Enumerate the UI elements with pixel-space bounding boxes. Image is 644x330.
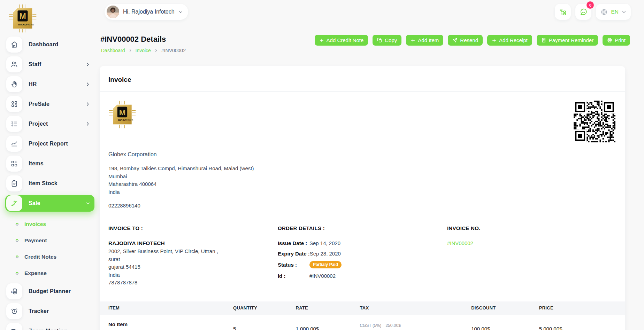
- sidebar-item-dashboard[interactable]: Dashboard: [5, 36, 94, 53]
- breadcrumb-dashboard[interactable]: Dashboard: [101, 48, 125, 53]
- copy-icon: [377, 38, 382, 43]
- order-details-heading: ORDER DETAILS :: [278, 225, 447, 231]
- bullet-icon: [15, 238, 19, 242]
- chevron-down-icon: [178, 10, 183, 14]
- sidebar-item-hr[interactable]: HR: [5, 76, 94, 93]
- chevron-right-icon: [85, 82, 90, 87]
- sidebar-item-label: Project: [29, 121, 48, 127]
- bill-icon: [541, 38, 546, 43]
- customer-city: surat: [108, 256, 278, 264]
- company-phone: 02228896140: [108, 203, 616, 209]
- sidebar-item-label: Items: [29, 160, 44, 167]
- svg-text:M: M: [119, 108, 126, 117]
- sidebar-subitem-credit-notes[interactable]: Credit Notes: [5, 249, 94, 265]
- sidebar-item-label: Zoom Meeting: [29, 328, 67, 330]
- col-header-quantity: QUANTITY: [233, 305, 296, 311]
- logo-text-light: PRIXS: [26, 23, 34, 26]
- sidebar-subitem-label: Expense: [24, 270, 47, 276]
- order-details-section: ORDER DETAILS : Issue Date : Sep 14, 202…: [278, 225, 447, 287]
- issue-date-label: Issue Date :: [278, 240, 309, 246]
- sale-submenu: Invoices Payment Credit Notes Expense: [5, 215, 94, 283]
- expiry-date-value: Sep 28, 2020: [310, 251, 341, 257]
- invoice-no-section: INVOICE NO. #INV00002: [447, 225, 616, 287]
- chevron-right-icon: [128, 48, 132, 53]
- id-label: Id :: [278, 273, 309, 279]
- customer-name: RAJODIYA INFOTECH: [108, 240, 278, 246]
- sidebar-subitem-label: Credit Notes: [24, 254, 56, 260]
- grid-icon: [6, 96, 22, 112]
- sidebar-item-zoom-meeting[interactable]: Zoom Meeting: [5, 323, 94, 330]
- sidebar-item-project[interactable]: Project: [5, 116, 94, 132]
- sidebar-item-label: Sale: [29, 200, 40, 206]
- company-name: Globex Corporation: [108, 151, 616, 158]
- messages-button[interactable]: 0: [575, 4, 591, 20]
- sidebar-subitem-expense[interactable]: Expense: [5, 265, 94, 281]
- chart-line-icon: [6, 136, 22, 152]
- svg-text:$: $: [11, 290, 13, 293]
- sidebar-item-budget-planner[interactable]: $ Budget Planner: [5, 283, 94, 300]
- add-credit-note-button[interactable]: Add Credit Note: [315, 35, 368, 46]
- customer-country: India: [108, 271, 278, 279]
- add-item-button[interactable]: Add Item: [406, 35, 443, 46]
- logo-letter: M: [19, 12, 26, 21]
- sidebar-item-item-stock[interactable]: Item Stock: [5, 175, 94, 192]
- print-button[interactable]: Print: [603, 35, 630, 46]
- users-icon: [6, 56, 22, 72]
- message-count-badge: 0: [586, 1, 594, 9]
- sidebar-item-sale[interactable]: Sale: [5, 195, 94, 212]
- page-header: #INV00002 Details Dashboard Invoice #INV…: [100, 20, 644, 53]
- chat-icon: [580, 8, 588, 16]
- invoice-to-section: INVOICE TO : RAJODIYA INFOTECH 2002, Sil…: [108, 225, 278, 287]
- expiry-date-label: Expiry Date :: [278, 251, 310, 257]
- item-name: No Item: [108, 321, 233, 327]
- home-icon: [6, 37, 22, 53]
- invoice-to-heading: INVOICE TO :: [108, 225, 278, 231]
- table-header-row: ITEM QUANTITY RATE TAX DISCOUNT PRICE: [100, 301, 625, 315]
- sidebar-item-project-report[interactable]: Project Report: [5, 135, 94, 152]
- user-greeting: Hi, Rajodiya Infotech: [123, 9, 175, 15]
- breadcrumb: Dashboard Invoice #INV00002: [100, 48, 186, 53]
- item-taxes: CGST (5%) 250.00$ SGST (6%) 300.00$: [360, 323, 471, 330]
- user-menu[interactable]: Hi, Rajodiya Infotech: [105, 4, 188, 20]
- plus-icon: [319, 38, 324, 43]
- tax-amount: 250.00$: [385, 323, 400, 328]
- coins-icon: $: [6, 283, 22, 299]
- col-header-item: ITEM: [100, 305, 233, 311]
- alarm-clock-icon: [6, 303, 22, 319]
- id-value: #INV00002: [309, 273, 336, 279]
- customer-address-line: 2002, Silver Business Point, VIP Circle,…: [108, 248, 278, 256]
- chevron-down-icon: [85, 201, 90, 206]
- sidebar-item-presale[interactable]: PreSale: [5, 96, 94, 112]
- sidebar-item-tracker[interactable]: Tracker: [5, 303, 94, 320]
- payment-reminder-button[interactable]: Payment Reminder: [537, 35, 598, 46]
- page-header-left: #INV00002 Details Dashboard Invoice #INV…: [100, 35, 186, 53]
- send-icon: [452, 38, 458, 43]
- chevron-right-icon: [85, 62, 90, 67]
- hierarchy-button[interactable]: [555, 4, 571, 20]
- card-title: Invoice: [100, 66, 625, 92]
- app-logo[interactable]: M MICRO PRIXS: [0, 3, 100, 36]
- sidebar-subitem-label: Payment: [24, 237, 47, 244]
- sidebar-item-label: HR: [29, 81, 37, 87]
- qr-code: [574, 101, 615, 142]
- col-header-price: PRICE: [539, 305, 625, 311]
- breadcrumb-invoice[interactable]: Invoice: [136, 48, 151, 53]
- add-receipt-button[interactable]: Add Receipt: [487, 35, 532, 46]
- language-selector[interactable]: EN: [596, 4, 631, 20]
- company-country: India: [108, 188, 616, 196]
- language-code: EN: [611, 9, 619, 15]
- copy-button[interactable]: Copy: [373, 35, 401, 46]
- sidebar-item-label: Item Stock: [29, 180, 58, 187]
- company-city: Mumbai: [108, 173, 616, 181]
- item-quantity: 5: [233, 326, 296, 330]
- issue-date-value: Sep 14, 2020: [309, 240, 340, 246]
- sidebar-subitem-invoices[interactable]: Invoices: [5, 216, 94, 232]
- sidebar-item-label: Project Report: [29, 141, 68, 147]
- sidebar-item-items[interactable]: Items: [5, 155, 94, 172]
- breadcrumb-current: #INV00002: [161, 48, 186, 53]
- sidebar-item-staff[interactable]: Staff: [5, 56, 94, 73]
- company-info: Globex Corporation 198, Bombay Talkies C…: [108, 151, 616, 209]
- sidebar-subitem-payment[interactable]: Payment: [5, 232, 94, 249]
- tax-name: CGST (5%): [360, 323, 381, 328]
- resend-button[interactable]: Resend: [448, 35, 483, 46]
